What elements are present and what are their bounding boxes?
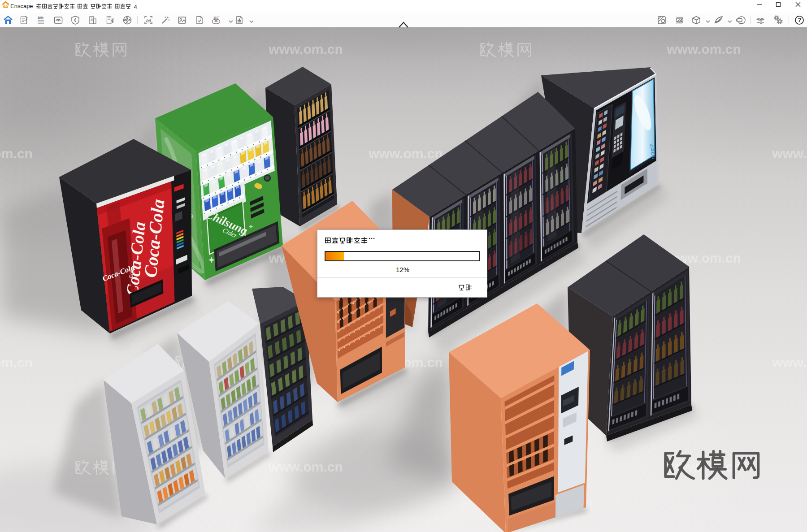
svg-text:BIM: BIM — [38, 16, 43, 19]
svg-text:4: 4 — [134, 4, 137, 10]
svg-text:www.om.cn: www.om.cn — [0, 146, 33, 161]
svg-text:?: ? — [798, 17, 802, 23]
svg-text:www.om.cn: www.om.cn — [0, 355, 33, 370]
svg-text:EXE: EXE — [238, 20, 242, 22]
svg-text:www.om.cn: www.om.cn — [368, 146, 443, 161]
svg-text:www.om.cn: www.om.cn — [666, 42, 741, 56]
svg-text:···: ··· — [369, 237, 375, 242]
svg-text:www.om.cn: www.om.cn — [772, 355, 807, 370]
svg-text:www.om.cn: www.om.cn — [772, 146, 807, 161]
svg-text:www.om.cn: www.om.cn — [268, 459, 343, 474]
svg-text:360°: 360° — [213, 16, 220, 19]
svg-text:www.om.cn: www.om.cn — [268, 42, 343, 56]
